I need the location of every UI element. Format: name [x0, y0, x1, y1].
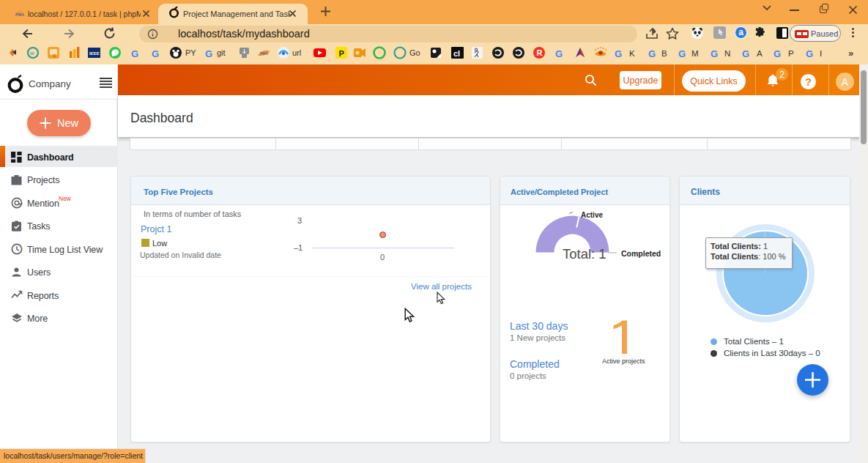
svg-text:G: G	[711, 48, 718, 59]
svg-text:G: G	[648, 48, 656, 59]
svg-text:N: N	[724, 49, 730, 58]
svg-text:PMA: PMA	[15, 12, 24, 17]
svg-text:G: G	[742, 48, 749, 59]
svg-text:G: G	[774, 48, 781, 59]
svg-text:R: R	[537, 48, 543, 57]
svg-text:M: M	[691, 49, 699, 58]
svg-text:Go: Go	[409, 48, 420, 57]
svg-text:I: I	[820, 49, 822, 58]
svg-text:git: git	[217, 48, 226, 57]
svg-text:B: B	[661, 49, 667, 58]
svg-text:IEEE: IEEE	[89, 51, 100, 56]
svg-text:PMA: PMA	[260, 51, 269, 56]
svg-text:url: url	[292, 48, 301, 57]
svg-text:G: G	[615, 48, 622, 59]
svg-text:G: G	[53, 53, 56, 58]
svg-text:G: G	[131, 48, 138, 59]
svg-text:G: G	[205, 48, 212, 59]
svg-text:A: A	[757, 49, 763, 58]
svg-text:G: G	[152, 48, 159, 59]
svg-text:P: P	[339, 49, 344, 58]
svg-text:»: »	[848, 48, 853, 59]
svg-text:PY: PY	[185, 48, 196, 57]
svg-text:G: G	[678, 48, 686, 59]
svg-text:P: P	[788, 49, 794, 58]
svg-text:w: w	[29, 50, 34, 56]
svg-text:G: G	[806, 48, 813, 59]
svg-text:G: G	[555, 48, 563, 59]
svg-text:K: K	[629, 49, 635, 58]
svg-text:cl: cl	[453, 49, 460, 58]
